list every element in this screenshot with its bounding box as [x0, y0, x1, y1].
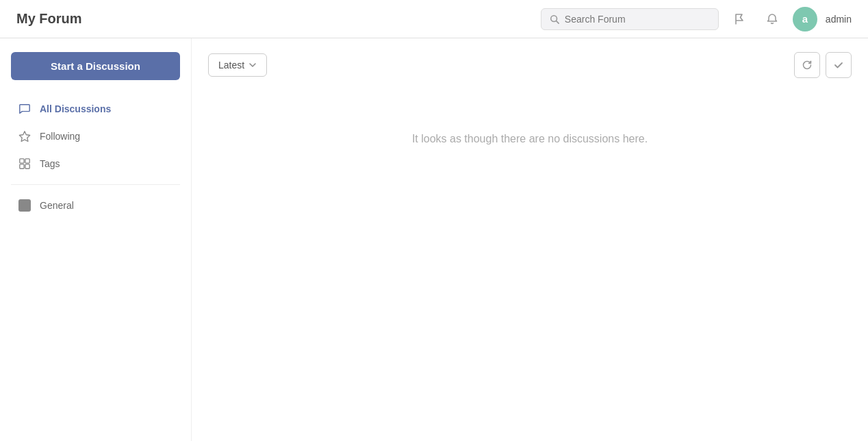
sidebar-item-tags[interactable]: Tags	[11, 151, 180, 176]
refresh-button[interactable]	[794, 52, 820, 78]
search-input[interactable]	[565, 14, 710, 25]
sidebar-item-all-discussions[interactable]: All Discussions	[11, 97, 180, 121]
star-icon	[18, 129, 31, 143]
tags-label: Tags	[40, 158, 60, 169]
search-wrapper	[541, 8, 719, 30]
sidebar: Start a Discussion All Discussions Fo	[0, 38, 192, 441]
notifications-button[interactable]	[760, 7, 784, 32]
grid-icon	[18, 157, 31, 171]
toolbar-right	[794, 52, 852, 78]
chevron-down-icon	[248, 61, 257, 69]
svg-rect-4	[25, 159, 29, 163]
following-label: Following	[40, 131, 80, 142]
main-layout: Start a Discussion All Discussions Fo	[0, 38, 868, 441]
header: My Forum a admin	[0, 0, 868, 38]
svg-rect-3	[20, 159, 24, 163]
refresh-icon	[802, 60, 813, 71]
search-icon	[550, 13, 559, 25]
sort-label: Latest	[218, 60, 244, 71]
svg-rect-6	[25, 164, 29, 168]
svg-rect-5	[20, 164, 24, 168]
checkmark-icon	[833, 60, 844, 71]
admin-username[interactable]: admin	[826, 14, 852, 25]
content-area: Latest	[192, 38, 868, 441]
sort-button[interactable]: Latest	[208, 53, 267, 77]
header-right: a admin	[541, 7, 852, 32]
mark-all-read-button[interactable]	[826, 52, 852, 78]
all-discussions-label: All Discussions	[40, 103, 111, 114]
discussions-icon	[18, 102, 31, 116]
start-discussion-button[interactable]: Start a Discussion	[11, 52, 180, 80]
header-left: My Forum	[16, 11, 82, 27]
toolbar-left: Latest	[208, 53, 267, 77]
svg-line-1	[556, 21, 559, 24]
nav-divider	[11, 184, 180, 185]
content-toolbar: Latest	[208, 52, 852, 78]
svg-marker-2	[19, 131, 29, 142]
general-category-icon	[18, 199, 31, 212]
sidebar-item-general[interactable]: General	[11, 193, 180, 218]
avatar[interactable]: a	[793, 7, 817, 32]
brand-title[interactable]: My Forum	[16, 11, 82, 27]
empty-message: It looks as though there are no discussi…	[208, 133, 852, 145]
flag-button[interactable]	[727, 7, 752, 32]
general-category-label: General	[40, 200, 74, 211]
sidebar-item-following[interactable]: Following	[11, 124, 180, 149]
nav-section: All Discussions Following	[11, 97, 180, 176]
